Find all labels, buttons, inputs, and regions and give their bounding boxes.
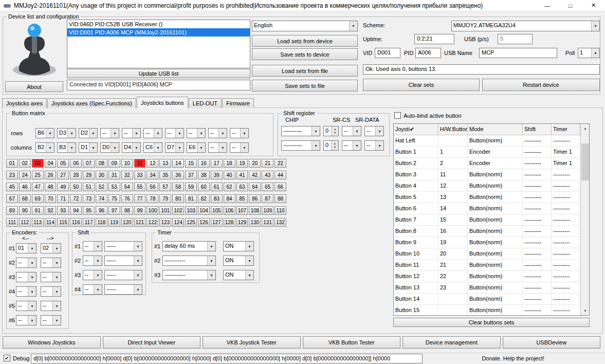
pid-field[interactable]: A006 bbox=[415, 48, 441, 58]
matrix-button-46[interactable]: 46 bbox=[19, 183, 31, 191]
matrix-button-73[interactable]: 73 bbox=[83, 194, 95, 203]
clear-buttons-sets-button[interactable]: Clear buttons sets bbox=[393, 318, 590, 327]
buttons-table-cell[interactable]: Timer 1 bbox=[552, 158, 580, 169]
buttons-table-cell[interactable]: Button 2 bbox=[394, 158, 438, 169]
matrix-button-11[interactable]: 11 bbox=[134, 159, 146, 168]
load-sets-from-device-button[interactable]: Load sets from device bbox=[252, 35, 358, 47]
matrix-button-31[interactable]: 31 bbox=[108, 171, 120, 179]
matrix-button-114[interactable]: 114 bbox=[45, 218, 57, 227]
buttons-table-header-cell[interactable]: H/W.Button bbox=[438, 124, 468, 135]
buttons-table-cell[interactable]: Button(norm) bbox=[468, 271, 523, 282]
matrix-button-18[interactable]: 18 bbox=[224, 159, 235, 168]
shift-4-button-select[interactable]: --▼ bbox=[83, 284, 102, 295]
buttons-table-cell[interactable]: Button(norm) bbox=[468, 282, 523, 294]
matrix-button-72[interactable]: 72 bbox=[70, 194, 82, 203]
matrix-button-7[interactable]: 07 bbox=[83, 159, 95, 168]
matrix-button-85[interactable]: 85 bbox=[236, 194, 248, 203]
buttons-table-cell[interactable]: --------- bbox=[552, 203, 580, 214]
tool-button-vkb-joystick-tester[interactable]: VKB Joystick Tester bbox=[203, 336, 301, 349]
matrix-button-23[interactable]: 23 bbox=[6, 171, 18, 179]
matrix-button-16[interactable]: 16 bbox=[198, 159, 210, 168]
matrix-button-91[interactable]: 91 bbox=[32, 206, 44, 215]
shift-2-button-select[interactable]: --▼ bbox=[83, 256, 102, 266]
matrix-button-2[interactable]: 02 bbox=[19, 159, 31, 168]
matrix-button-13[interactable]: 13 bbox=[159, 159, 171, 168]
buttons-table-cell[interactable]: Button(norm) bbox=[468, 180, 523, 192]
matrix-button-42[interactable]: 42 bbox=[249, 171, 261, 179]
timer-3-state-select[interactable]: ON▼ bbox=[223, 270, 254, 280]
matrix-button-3[interactable]: 03 bbox=[32, 159, 44, 168]
matrix-button-37[interactable]: 37 bbox=[185, 171, 197, 179]
sr-data-select-2[interactable]: --▼ bbox=[364, 140, 384, 151]
matrix-button-1[interactable]: 01 bbox=[6, 159, 18, 168]
matrix-button-17[interactable]: 17 bbox=[211, 159, 223, 168]
buttons-table-cell[interactable]: --------- bbox=[523, 169, 552, 180]
buttons-table-cell[interactable]: Button(norm) bbox=[468, 203, 523, 214]
encoder-2-left-select[interactable]: --▼ bbox=[16, 258, 36, 268]
buttons-table-header-cell[interactable]: Shift bbox=[523, 124, 552, 135]
matrix-button-124[interactable]: 124 bbox=[172, 218, 184, 227]
matrix-button-38[interactable]: 38 bbox=[198, 171, 210, 179]
matrix-column-select-7[interactable]: D7▼ bbox=[165, 142, 184, 153]
matrix-button-63[interactable]: 63 bbox=[236, 183, 248, 191]
matrix-button-53[interactable]: 53 bbox=[108, 183, 120, 191]
buttons-table-cell[interactable]: Button 13 bbox=[394, 282, 438, 294]
matrix-button-6[interactable]: 06 bbox=[70, 159, 82, 168]
matrix-button-86[interactable]: 86 bbox=[249, 194, 261, 203]
matrix-button-98[interactable]: 98 bbox=[121, 206, 133, 215]
buttons-table-cell[interactable]: --------- bbox=[552, 294, 580, 305]
matrix-button-51[interactable]: 51 bbox=[83, 183, 95, 191]
matrix-button-103[interactable]: 103 bbox=[185, 206, 197, 215]
matrix-button-131[interactable]: 131 bbox=[262, 218, 273, 227]
matrix-button-9[interactable]: 09 bbox=[108, 159, 120, 168]
matrix-button-21[interactable]: 21 bbox=[262, 159, 273, 168]
matrix-button-97[interactable]: 97 bbox=[108, 206, 120, 215]
matrix-column-select-9[interactable]: --▼ bbox=[208, 142, 227, 153]
buttons-table-cell[interactable]: 15 bbox=[438, 214, 468, 226]
buttons-table-cell[interactable]: --------- bbox=[523, 135, 552, 147]
tool-button-device-management[interactable]: Device management bbox=[402, 336, 501, 349]
buttons-table-cell[interactable]: Button 11 bbox=[394, 260, 438, 271]
matrix-button-10[interactable]: 10 bbox=[121, 159, 133, 168]
matrix-button-105[interactable]: 105 bbox=[211, 206, 223, 215]
matrix-button-82[interactable]: 82 bbox=[198, 194, 210, 203]
matrix-button-20[interactable]: 20 bbox=[249, 159, 261, 168]
matrix-button-112[interactable]: 112 bbox=[19, 218, 31, 227]
matrix-button-33[interactable]: 33 bbox=[134, 171, 146, 179]
buttons-table-cell[interactable]: 20 bbox=[438, 248, 468, 260]
buttons-table-cell[interactable]: Button 9 bbox=[394, 237, 438, 248]
buttons-table-cell[interactable]: 1 bbox=[438, 147, 468, 158]
matrix-button-54[interactable]: 54 bbox=[121, 183, 133, 191]
matrix-button-26[interactable]: 26 bbox=[45, 171, 57, 179]
tool-button-usbdeview[interactable]: USBDeview bbox=[503, 336, 601, 349]
matrix-button-40[interactable]: 40 bbox=[224, 171, 235, 179]
tab-led-out[interactable]: LED-OUT bbox=[189, 98, 222, 108]
buttons-table-cell[interactable]: --------- bbox=[523, 203, 552, 214]
matrix-button-80[interactable]: 80 bbox=[172, 194, 184, 203]
shift-3-mode-select[interactable]: -----▼ bbox=[104, 270, 142, 280]
buttons-table-cell[interactable] bbox=[438, 294, 468, 305]
encoder-5-left-select[interactable]: --▼ bbox=[16, 301, 36, 311]
matrix-button-52[interactable]: 52 bbox=[96, 183, 107, 191]
matrix-button-106[interactable]: 106 bbox=[224, 206, 235, 215]
matrix-button-30[interactable]: 30 bbox=[96, 171, 107, 179]
matrix-column-select-6[interactable]: C6▼ bbox=[143, 142, 162, 153]
matrix-row-select-8[interactable]: --▼ bbox=[187, 128, 206, 138]
timer-2-state-select[interactable]: ON▼ bbox=[223, 256, 254, 266]
buttons-table-cell[interactable]: --------- bbox=[552, 226, 580, 237]
buttons-table-cell[interactable]: 16 bbox=[438, 226, 468, 237]
buttons-table-cell[interactable]: Button 7 bbox=[394, 214, 438, 226]
scheme-select[interactable]: MMJOY2.ATMEGA32U4 ▼ bbox=[451, 21, 600, 31]
matrix-button-107[interactable]: 107 bbox=[236, 206, 248, 215]
buttons-table-cell[interactable]: --------- bbox=[523, 294, 552, 305]
matrix-button-76[interactable]: 76 bbox=[121, 194, 133, 203]
buttons-table-cell[interactable]: Button(norm) bbox=[468, 248, 523, 260]
matrix-button-111[interactable]: 111 bbox=[6, 218, 18, 227]
matrix-row-select-4[interactable]: --▼ bbox=[100, 128, 119, 138]
buttons-table-cell[interactable]: --------- bbox=[523, 180, 552, 192]
sr-chip-select-1[interactable]: ----------▼ bbox=[281, 126, 320, 136]
buttons-table-cell[interactable]: Button 1 bbox=[394, 147, 438, 158]
matrix-button-56[interactable]: 56 bbox=[146, 183, 158, 191]
matrix-button-87[interactable]: 87 bbox=[262, 194, 273, 203]
buttons-table-cell[interactable]: --------- bbox=[552, 135, 580, 147]
